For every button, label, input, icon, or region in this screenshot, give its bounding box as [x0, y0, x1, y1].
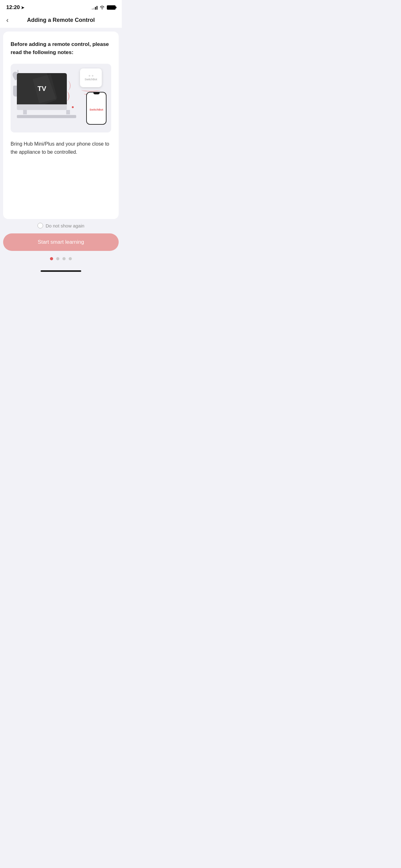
hub-dots — [89, 75, 93, 76]
status-bar: 12:20 ➤ — [0, 0, 122, 13]
tv-legs — [17, 110, 76, 114]
description-text: Bring Hub Mini/Plus and your phone close… — [11, 140, 111, 156]
signal-icon — [92, 5, 97, 10]
location-icon: ➤ — [21, 5, 24, 10]
tv-screen: TV — [17, 73, 67, 104]
pagination-dot-3 — [63, 257, 66, 260]
do-not-show-row[interactable]: Do not show again — [3, 223, 119, 228]
pagination-dot-1 — [50, 257, 53, 260]
svg-point-0 — [102, 8, 103, 9]
content-card: Before adding a remote control, please r… — [3, 32, 119, 219]
phone-device: SwitchBot — [86, 92, 106, 125]
do-not-show-radio[interactable] — [37, 223, 43, 228]
tv-label: TV — [37, 85, 46, 93]
battery-icon — [107, 5, 115, 10]
illustration: TV SwitchBot — [11, 64, 111, 132]
phone-body: SwitchBot — [86, 92, 106, 125]
tv-stand — [17, 104, 67, 110]
pagination-dot-2 — [56, 257, 59, 260]
status-icons — [92, 5, 115, 10]
wifi-icon — [99, 5, 105, 10]
phone-notch — [93, 92, 100, 94]
tv-table — [17, 115, 76, 118]
hub-label: SwitchBot — [85, 78, 97, 81]
card-heading: Before adding a remote control, please r… — [11, 40, 111, 56]
time-label: 12:20 — [6, 4, 20, 11]
phone-brand-label: SwitchBot — [90, 108, 103, 111]
bottom-section: Do not show again Start smart learning — [0, 223, 122, 270]
ir-waves — [64, 81, 71, 102]
page-title: Adding a Remote Control — [27, 17, 95, 24]
pagination-dots — [3, 257, 119, 260]
back-button[interactable]: ‹ — [6, 16, 8, 24]
do-not-show-label: Do not show again — [45, 223, 84, 228]
status-time: 12:20 ➤ — [6, 4, 24, 11]
start-smart-learning-button[interactable]: Start smart learning — [3, 234, 119, 251]
home-bar — [41, 270, 81, 272]
hub-device: SwitchBot — [80, 68, 102, 95]
hub-box: SwitchBot — [80, 68, 102, 87]
home-indicator — [0, 270, 122, 274]
pagination-dot-4 — [69, 257, 72, 260]
nav-bar: ‹ Adding a Remote Control — [0, 13, 122, 28]
